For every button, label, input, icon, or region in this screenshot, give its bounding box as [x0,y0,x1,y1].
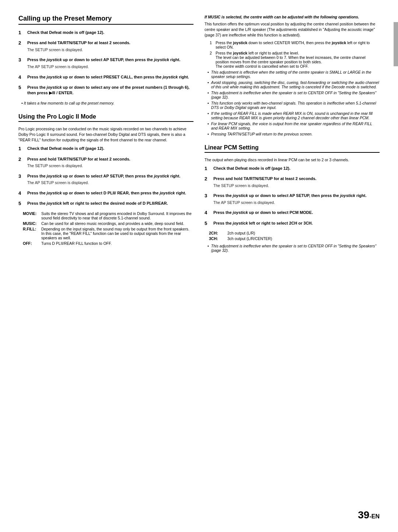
section2-title: Using the Pro Logic II Mode [18,113,193,122]
section-pro-logic: Using the Pro Logic II Mode Pro Logic pr… [18,113,193,246]
section-calling-preset: Calling up the Preset Memory 1 Check tha… [18,15,193,105]
page-number: 39-EN [358,509,380,521]
step-1-2: 2 Press and hold TA/RTN/SETUP for at lea… [18,40,193,53]
step-2-2: 2 Press and hold TA/RTN/SETUP for at lea… [18,156,193,170]
bullet-1: • This adjustment is effective when the … [207,70,380,79]
step-1-4: 4 Press the joystick up or down to selec… [18,74,193,81]
ch-3ch: 3CH: 3ch output (L/R/CENTER) [209,236,380,241]
mode-music: MUSIC: Can be used for all stereo music … [23,221,193,226]
music-step-1: 1 Press the joystick down to select CENT… [210,40,380,49]
step-1-5: 5 Press the joystick up or down to selec… [18,85,193,97]
section1-note: • It takes a few moments to call up the … [21,101,193,105]
mode-list: MOVIE: Suits the stereo TV shows and all… [23,211,193,246]
ch-2ch: 2CH: 2ch output (L/R) [209,231,380,235]
left-column: Calling up the Preset Memory 1 Check tha… [18,15,193,510]
step-1-3: 3 Press the joystick up or down to selec… [18,57,193,70]
step-1-1-text: Check that Defeat mode is off (page 12). [27,30,104,35]
ch-list: 2CH: 2ch output (L/R) 3CH: 3ch output (L… [209,231,380,241]
bullet-2: • Avoid stopping, pausing, switching the… [207,80,380,89]
bullet-notes: • This adjustment is effective when the … [205,70,380,136]
right-column: If MUSIC is selected, the centre width c… [205,15,380,510]
step-3-4: 4 Press the joystick up or down to selec… [205,210,380,216]
music-note-para: This function offers the optimum vocal p… [205,21,380,38]
section2-intro: Pro Logic processing can be conducted on… [18,126,193,143]
music-note-title: If MUSIC is selected, the centre width c… [205,15,380,19]
bullet-3: • This adjustment is ineffective when th… [207,91,380,99]
music-step-2: 2 Press the joystick left or right to ad… [210,51,380,68]
section-linear-pcm: Linear PCM Setting The output when playi… [205,144,380,253]
music-steps: 1 Press the joystick down to select CENT… [210,40,380,68]
step-2-4: 4 Press the joystick up or down to selec… [18,190,193,197]
section3-final-note: • This adjustment is ineffective when th… [207,244,380,253]
bullet-6: • For linear PCM signals, the voice is o… [207,121,380,130]
music-note-section: If MUSIC is selected, the centre width c… [205,15,380,136]
bullet-5: • If the setting of REAR FILL is made wh… [207,111,380,120]
step-2-5: 5 Press the joystick left or right to se… [18,201,193,207]
step-2-3: 3 Press the joystick up or down to selec… [18,173,193,187]
step-3-1: 1 Check that Defeat mode is off (page 12… [205,166,380,172]
mode-off: OFF: Turns D PLII/REAR FILL function to … [23,241,193,246]
step-3-2: 2 Press and hold TA/RTN/SETUP for at lea… [205,176,380,189]
section3-intro: The output when playing discs recorded i… [205,157,380,163]
step-3-5: 5 Press the joystick left or right to se… [205,221,380,227]
mode-rfill: R.FILL: Depending on the input signals, … [23,227,193,240]
step-1-2-sub: The SETUP screen is displayed. [27,47,193,53]
section1-title: Calling up the Preset Memory [18,15,193,25]
step-2-1: 1 Check that Defeat mode is off (page 12… [18,146,193,152]
step-1-1: 1 Check that Defeat mode is off (page 12… [18,30,193,36]
bullet-7: • Pressing TA/RTN/SETUP will return to t… [207,132,380,136]
bullet-4: • This function only works with two-chan… [207,101,380,110]
section3-title: Linear PCM Setting [205,144,380,153]
mode-movie: MOVIE: Suits the stereo TV shows and all… [23,211,193,220]
step-3-3: 3 Press the joystick up or down to selec… [205,193,380,206]
